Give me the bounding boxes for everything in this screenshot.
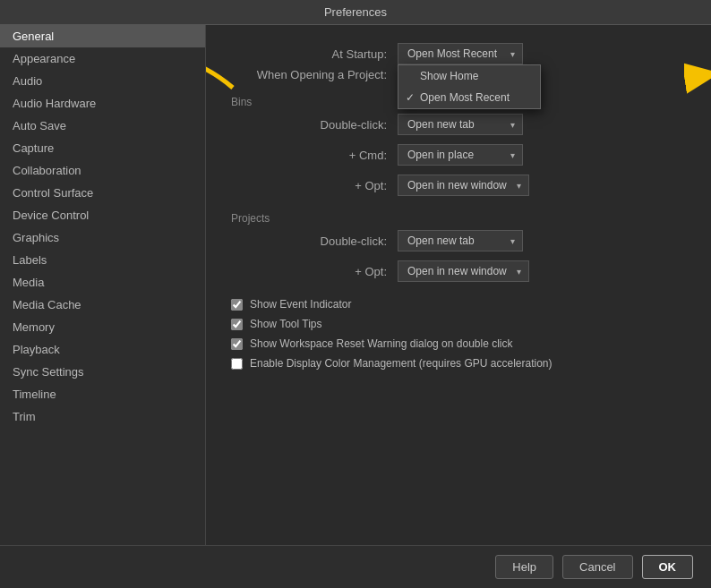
startup-option-open-most-recent[interactable]: Open Most Recent bbox=[398, 87, 540, 108]
checkbox-row-2: Show Workspace Reset Warning dialog on d… bbox=[231, 337, 690, 350]
startup-label: At Startup: bbox=[227, 47, 398, 61]
cancel-button[interactable]: Cancel bbox=[562, 555, 632, 579]
checkbox-2[interactable] bbox=[231, 338, 243, 350]
bins-opt-dropdown[interactable]: Open in new window bbox=[398, 175, 529, 196]
checkbox-row-0: Show Event Indicator bbox=[231, 298, 690, 311]
checkboxes-container: Show Event IndicatorShow Tool TipsShow W… bbox=[227, 298, 690, 370]
checkbox-row-3: Enable Display Color Management (require… bbox=[231, 357, 690, 370]
when-opening-label: When Opening a Project: bbox=[227, 68, 398, 81]
dialog-titlebar: Preferences bbox=[0, 0, 711, 25]
checkbox-row-1: Show Tool Tips bbox=[231, 318, 690, 330]
bins-opt-label: + Opt: bbox=[227, 179, 398, 192]
dialog-body: GeneralAppearanceAudioAudio HardwareAuto… bbox=[0, 25, 711, 545]
sidebar-item-trim[interactable]: Trim bbox=[0, 405, 205, 428]
sidebar-item-media[interactable]: Media bbox=[0, 271, 205, 294]
checkbox-label-1: Show Tool Tips bbox=[250, 318, 322, 330]
dialog-footer: Help Cancel OK bbox=[0, 545, 711, 588]
sidebar-item-audio[interactable]: Audio bbox=[0, 70, 205, 92]
sidebar-item-media-cache[interactable]: Media Cache bbox=[0, 294, 205, 316]
projects-opt-dropdown-wrapper: Open in new window bbox=[398, 260, 529, 282]
startup-dropdown[interactable]: Open Most Recent bbox=[398, 43, 523, 64]
checkbox-0[interactable] bbox=[231, 299, 243, 311]
show-home-label: Show Home bbox=[420, 70, 478, 82]
startup-row: At Startup: Open Most Recent Show Home O… bbox=[227, 43, 690, 64]
sidebar-item-graphics[interactable]: Graphics bbox=[0, 226, 205, 249]
checkbox-label-3: Enable Display Color Management (require… bbox=[250, 357, 553, 370]
sidebar-item-auto-save[interactable]: Auto Save bbox=[0, 115, 205, 137]
bins-doubleclick-dropdown[interactable]: Open new tab bbox=[398, 114, 523, 135]
sidebar-item-appearance[interactable]: Appearance bbox=[0, 47, 205, 70]
sidebar-item-playback[interactable]: Playback bbox=[0, 338, 205, 361]
projects-doubleclick-dropdown[interactable]: Open new tab bbox=[398, 230, 523, 251]
checkbox-1[interactable] bbox=[231, 319, 243, 330]
bins-opt-row: + Opt: Open in new window bbox=[227, 175, 690, 196]
bins-doubleclick-label: Double-click: bbox=[227, 118, 398, 132]
bins-doubleclick-row: Double-click: Open new tab bbox=[227, 114, 690, 135]
sidebar-item-capture[interactable]: Capture bbox=[0, 137, 205, 159]
sidebar-item-timeline[interactable]: Timeline bbox=[0, 383, 205, 405]
startup-dropdown-menu: Show Home Open Most Recent bbox=[398, 64, 541, 109]
checkbox-label-0: Show Event Indicator bbox=[250, 298, 351, 311]
sidebar-item-labels[interactable]: Labels bbox=[0, 249, 205, 271]
projects-opt-label: + Opt: bbox=[227, 265, 398, 278]
sidebar-item-control-surface[interactable]: Control Surface bbox=[0, 182, 205, 204]
projects-section-label: Projects bbox=[231, 212, 690, 225]
sidebar: GeneralAppearanceAudioAudio HardwareAuto… bbox=[0, 25, 206, 545]
sidebar-item-collaboration[interactable]: Collaboration bbox=[0, 159, 205, 182]
checkbox-3[interactable] bbox=[231, 358, 243, 370]
projects-opt-row: + Opt: Open in new window bbox=[227, 260, 690, 282]
sidebar-item-audio-hardware[interactable]: Audio Hardware bbox=[0, 92, 205, 115]
preferences-dialog: Preferences GeneralAppearanceAudioAudio … bbox=[0, 0, 711, 588]
bins-opt-dropdown-wrapper: Open in new window bbox=[398, 175, 529, 196]
bins-cmd-dropdown-wrapper: Open in place bbox=[398, 144, 523, 166]
sidebar-item-general[interactable]: General bbox=[0, 25, 205, 47]
bins-cmd-dropdown[interactable]: Open in place bbox=[398, 144, 523, 166]
bins-doubleclick-dropdown-wrapper: Open new tab bbox=[398, 114, 523, 135]
startup-option-show-home[interactable]: Show Home bbox=[398, 65, 540, 87]
projects-doubleclick-label: Double-click: bbox=[227, 234, 398, 248]
help-button[interactable]: Help bbox=[495, 555, 553, 579]
projects-opt-dropdown[interactable]: Open in new window bbox=[398, 260, 529, 282]
sidebar-item-device-control[interactable]: Device Control bbox=[0, 204, 205, 226]
ok-button[interactable]: OK bbox=[642, 555, 694, 579]
sidebar-item-sync-settings[interactable]: Sync Settings bbox=[0, 361, 205, 383]
open-most-recent-label: Open Most Recent bbox=[420, 91, 510, 104]
bins-cmd-label: + Cmd: bbox=[227, 149, 398, 162]
dialog-title: Preferences bbox=[324, 5, 387, 19]
startup-dropdown-wrapper: Open Most Recent Show Home Open Most Rec… bbox=[398, 43, 523, 64]
sidebar-item-memory[interactable]: Memory bbox=[0, 316, 205, 338]
projects-doubleclick-dropdown-wrapper: Open new tab bbox=[398, 230, 523, 251]
main-content: At Startup: Open Most Recent Show Home O… bbox=[206, 25, 711, 545]
bins-cmd-row: + Cmd: Open in place bbox=[227, 144, 690, 166]
checkbox-label-2: Show Workspace Reset Warning dialog on d… bbox=[250, 337, 512, 350]
projects-doubleclick-row: Double-click: Open new tab bbox=[227, 230, 690, 251]
